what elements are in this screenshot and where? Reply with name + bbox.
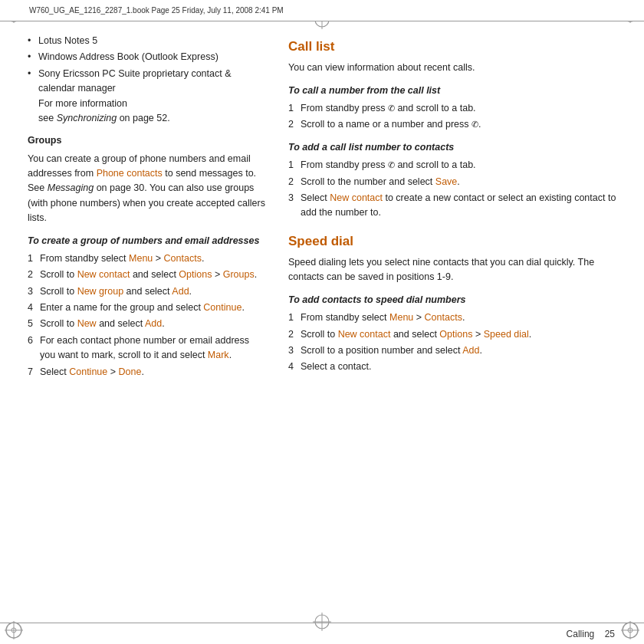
speed-dial-heading: Speed dial [288,232,616,251]
list-item: 5 Scroll to New and select Add. [28,317,267,331]
create-group-heading: To create a group of numbers and email a… [28,234,267,248]
bullet-list: Lotus Notes 5 Windows Address Book (Outl… [28,34,267,126]
speed-dial-link: Speed dial [484,329,529,340]
header-bar: W760_UG_AE_1216_2287_1.book Page 25 Frid… [0,0,644,21]
list-item: Lotus Notes 5 [28,34,267,48]
call-number-steps: 1 From standby press ✆ and scroll to a t… [288,101,616,133]
options-link2: Options [439,329,472,340]
phone-contacts-link: Phone contacts [97,168,163,179]
left-column: Lotus Notes 5 Windows Address Book (Outl… [28,34,288,610]
list-item: 4 Enter a name for the group and select … [28,301,267,315]
right-column: Call list You can view information about… [288,34,616,610]
list-item: 2 Scroll to the number and select Save. [288,175,616,189]
messaging-italic: Messaging [48,182,94,193]
list-item: 1 From standby select Menu > Contacts. [28,251,267,266]
call-number-heading: To call a number from the call list [288,84,616,98]
speed-dial-add-heading: To add contacts to speed dial numbers [288,293,616,307]
contacts-link2: Contacts [425,312,462,323]
list-item: 1 From standby select Menu > Contacts. [288,310,616,325]
list-item: 2 Scroll to New contact and select Optio… [288,327,616,342]
page-ref: on page 52. [117,113,170,123]
groups-heading: Groups [28,133,267,148]
mark-link: Mark [208,350,229,360]
new-contact-link: New contact [77,269,130,280]
speed-dial-intro: Speed dialing lets you select nine conta… [288,255,616,285]
list-item: Windows Address Book (Outlook Express) [28,50,267,64]
add-link: Add [172,286,189,297]
synchronizing-ref: Synchronizing [57,113,117,123]
call-icon: ✆ [388,102,395,115]
footer-section: Calling [567,629,595,639]
main-content: Lotus Notes 5 Windows Address Book (Outl… [0,21,644,623]
new-contact-link3: New contact [338,329,391,340]
call-list-intro: You can view information about recent ca… [288,61,616,75]
list-item: 1 From standby press ✆ and scroll to a t… [288,158,616,172]
new-contact-link2: New contact [330,192,383,203]
list-item: 2 Scroll to a name or a number and press… [288,117,616,132]
header-text: W760_UG_AE_1216_2287_1.book Page 25 Frid… [29,6,284,15]
add-link3: Add [462,345,479,356]
list-item: Sony Ericsson PC Suite proprietary conta… [28,67,267,127]
footer-page: 25 [605,629,615,639]
call-list-heading: Call list [288,37,616,57]
list-item: 2 Scroll to New contact and select Optio… [28,268,267,282]
list-item: 1 From standby press ✆ and scroll to a t… [288,101,616,116]
add-contact-heading: To add a call list number to contacts [288,140,616,155]
options-link: Options [179,269,212,280]
call-icon2: ✆ [472,118,478,131]
groups-link: Groups [223,269,255,280]
groups-body: You can create a group of phone numbers … [28,152,267,226]
list-item: 3 Scroll to a position number and select… [288,343,616,358]
see-text: see [38,113,57,123]
list-item: 7 Select Continue > Done. [28,365,267,380]
create-group-steps: 1 From standby select Menu > Contacts. 2… [28,251,267,380]
call-icon3: ✆ [388,159,395,172]
footer-spacer [594,629,604,639]
footer-bar: Calling 25 [0,623,644,644]
continue-link2: Continue [69,366,107,377]
list-item: 3 Select New contact to create a new con… [288,191,616,221]
done-link: Done [119,366,142,377]
continue-link: Continue [203,302,242,313]
new-link: New [77,318,97,329]
speed-dial-steps: 1 From standby select Menu > Contacts. 2… [288,310,616,375]
save-link: Save [435,176,458,187]
new-group-link: New group [77,286,123,297]
more-info-text: For more information [38,98,127,109]
add-link2: Add [145,318,162,329]
list-item: 4 Select a contact. [288,360,616,374]
list-item: 3 Scroll to New group and select Add. [28,284,267,299]
contacts-link: Contacts [164,253,202,264]
list-item: 6 For each contact phone number or email… [28,334,267,363]
menu-link2: Menu [389,312,413,323]
add-contact-steps: 1 From standby press ✆ and scroll to a t… [288,158,616,221]
menu-link: Menu [129,253,153,264]
